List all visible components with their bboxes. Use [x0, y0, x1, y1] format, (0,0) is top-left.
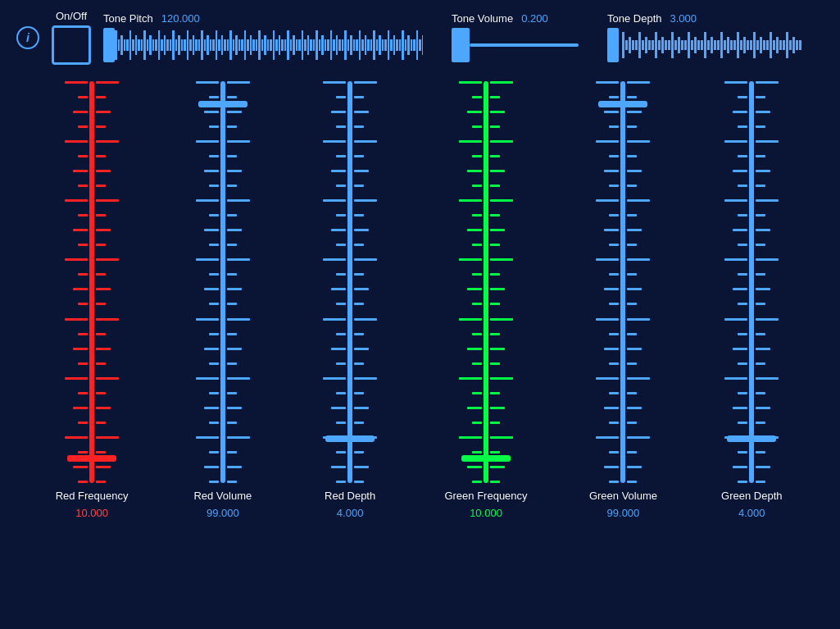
- sliders-area: Red Frequency10.000Red Volume99.000Red D…: [0, 81, 840, 519]
- vert-track: [484, 81, 488, 483]
- vert-thumb: [325, 435, 375, 442]
- tone-pitch-value: 120.000: [161, 12, 200, 25]
- vert-thumb: [598, 101, 647, 107]
- pitch-comb-ticks: [115, 28, 423, 62]
- vert-thumb: [461, 455, 511, 462]
- vert-thumb: [727, 435, 776, 442]
- vert-slider-green-vol[interactable]: [590, 81, 656, 483]
- slider-label-green-vol: Green Volume: [589, 490, 657, 502]
- slider-label-red-vol: Red Volume: [193, 490, 252, 502]
- slider-label-red-depth: Red Depth: [325, 490, 375, 502]
- on-off-label: On/Off: [56, 10, 87, 22]
- info-button[interactable]: i: [16, 26, 39, 49]
- vert-ticks-left: [317, 81, 346, 483]
- slider-column-green-freq: Green Frequency10.000: [444, 81, 527, 519]
- vert-ticks-right: [227, 81, 256, 483]
- vert-thumb: [67, 455, 116, 462]
- vert-ticks-left: [59, 81, 88, 483]
- tone-volume-value: 0.200: [521, 12, 548, 25]
- vert-track: [620, 81, 625, 483]
- vol-knob: [452, 28, 470, 62]
- vert-track: [749, 81, 754, 483]
- vert-ticks-left: [190, 81, 219, 483]
- vert-slider-red-depth[interactable]: [317, 81, 383, 483]
- slider-column-red-vol: Red Volume99.000: [190, 81, 256, 519]
- vert-track: [89, 81, 94, 483]
- vert-track: [347, 81, 352, 483]
- tone-pitch-slider[interactable]: [103, 28, 423, 62]
- vert-thumb: [198, 101, 247, 107]
- tone-depth-slider[interactable]: [607, 28, 771, 62]
- header: i On/Off Tone Pitch 120.000 Tone Volume …: [0, 0, 840, 65]
- tone-volume-section: Tone Volume 0.200: [452, 12, 579, 62]
- vert-ticks-right: [490, 81, 519, 483]
- vert-ticks-right: [756, 81, 784, 483]
- vol-line: [470, 43, 579, 47]
- slider-value-green-vol: 99.000: [607, 507, 640, 519]
- depth-knob: [607, 28, 619, 62]
- tone-volume-slider[interactable]: [452, 28, 579, 62]
- tone-depth-value: 3.000: [670, 12, 697, 25]
- vert-slider-green-freq[interactable]: [453, 81, 519, 483]
- slider-value-green-freq: 10.000: [470, 507, 502, 519]
- vert-slider-red-freq[interactable]: [59, 81, 125, 483]
- tone-pitch-label: Tone Pitch: [103, 12, 153, 25]
- vert-ticks-left: [453, 81, 482, 483]
- vert-ticks-right: [96, 81, 125, 483]
- slider-column-red-depth: Red Depth4.000: [317, 81, 383, 519]
- vert-slider-red-vol[interactable]: [190, 81, 256, 483]
- slider-label-red-freq: Red Frequency: [56, 490, 129, 502]
- vert-track: [220, 81, 225, 483]
- slider-label-green-depth: Green Depth: [721, 490, 782, 502]
- slider-column-red-freq: Red Frequency10.000: [56, 81, 129, 519]
- vert-ticks-left: [590, 81, 619, 483]
- vert-ticks-left: [719, 81, 747, 483]
- slider-column-green-vol: Green Volume99.000: [589, 81, 657, 519]
- vert-ticks-right: [354, 81, 383, 483]
- slider-label-green-freq: Green Frequency: [444, 490, 527, 502]
- slider-value-red-freq: 10.000: [75, 507, 108, 519]
- vert-ticks-right: [627, 81, 656, 483]
- info-icon: i: [26, 31, 30, 44]
- slider-value-red-vol: 99.000: [207, 507, 239, 519]
- vert-slider-green-depth[interactable]: [719, 81, 784, 483]
- tone-depth-label: Tone Depth: [607, 12, 662, 25]
- slider-value-green-depth: 4.000: [738, 507, 765, 519]
- tone-volume-label: Tone Volume: [452, 12, 513, 25]
- on-off-toggle[interactable]: [52, 25, 91, 65]
- pitch-knob: [103, 28, 115, 62]
- on-off-section: On/Off: [52, 10, 91, 65]
- slider-column-green-depth: Green Depth4.000: [719, 81, 784, 519]
- tone-pitch-section: Tone Pitch 120.000: [103, 12, 423, 62]
- slider-value-red-depth: 4.000: [337, 507, 364, 519]
- tone-depth-section: Tone Depth 3.000: [607, 12, 771, 62]
